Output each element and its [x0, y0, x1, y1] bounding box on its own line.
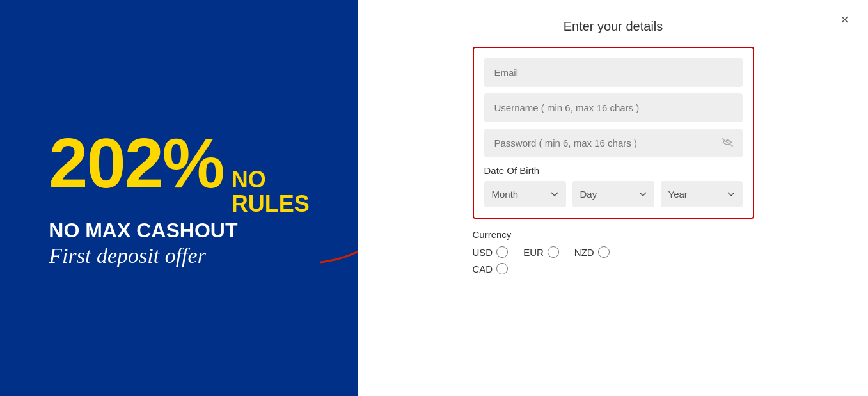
promo-first-deposit: First deposit offer — [49, 244, 206, 268]
dob-row: Month JanuaryFebruaryMarch AprilMayJune … — [484, 181, 743, 207]
currency-section: Currency USD EUR NZD CAD — [473, 229, 754, 274]
promo-no-max-cashout: NO MAX CASHOUT — [49, 219, 237, 242]
currency-usd[interactable]: USD — [473, 246, 509, 258]
currency-options-row1: USD EUR NZD — [473, 246, 754, 258]
currency-usd-label: USD — [473, 247, 493, 258]
form-panel: × Enter your details Date Of Birth Month… — [358, 0, 868, 396]
promo-percent: 202% — [49, 128, 223, 198]
currency-options-row2: CAD — [473, 263, 754, 274]
form-title: Enter your details — [564, 19, 663, 34]
currency-nzd[interactable]: NZD — [574, 246, 610, 258]
registration-form-box: Date Of Birth Month JanuaryFebruaryMarch… — [473, 47, 754, 219]
promo-content: 202% NO RULES NO MAX CASHOUT First depos… — [49, 128, 309, 268]
currency-nzd-radio[interactable] — [598, 246, 610, 258]
email-field[interactable] — [484, 58, 743, 87]
month-select[interactable]: Month JanuaryFebruaryMarch AprilMayJune … — [484, 181, 566, 207]
currency-eur-label: EUR — [523, 247, 544, 258]
currency-eur[interactable]: EUR — [523, 246, 559, 258]
close-button[interactable]: × — [840, 13, 849, 27]
currency-cad[interactable]: CAD — [473, 263, 509, 274]
day-select[interactable]: Day for(let i=1;i<=31;i++) document.writ… — [572, 181, 654, 207]
currency-cad-radio[interactable] — [496, 263, 508, 274]
username-field[interactable] — [484, 93, 743, 122]
promo-panel: 202% NO RULES NO MAX CASHOUT First depos… — [0, 0, 358, 396]
toggle-password-icon[interactable] — [721, 136, 734, 150]
currency-label: Currency — [473, 229, 754, 240]
promo-no-rules: NO RULES — [232, 168, 310, 216]
promo-top-line: 202% NO RULES — [49, 128, 309, 216]
password-field[interactable] — [484, 129, 743, 157]
currency-nzd-label: NZD — [574, 247, 594, 258]
currency-cad-label: CAD — [473, 264, 493, 274]
password-row — [484, 129, 743, 157]
currency-usd-radio[interactable] — [496, 246, 508, 258]
year-select[interactable]: Year for(let y=2024;y>=1920;y--) documen… — [661, 181, 743, 207]
currency-eur-radio[interactable] — [548, 246, 559, 258]
dob-label: Date Of Birth — [484, 165, 743, 176]
